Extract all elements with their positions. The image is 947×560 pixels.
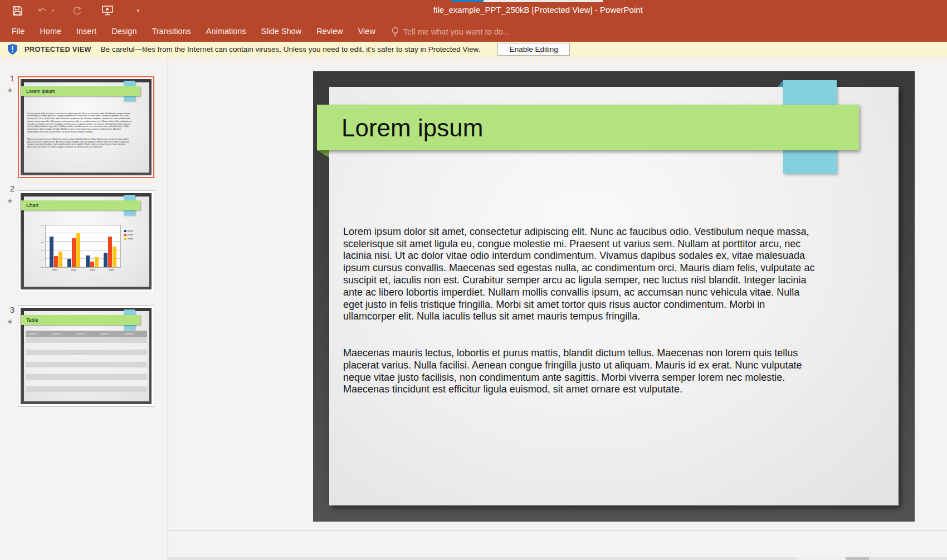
slide-2-mini-title: Chart <box>21 200 140 210</box>
notes-pane-divider[interactable] <box>168 530 947 531</box>
slide-3-number: 3 <box>6 305 14 315</box>
slide-2-thumbnail[interactable]: Chart <box>18 190 154 292</box>
slide-3-mini: Table Column 1Column 2Column 3Column 4Co… <box>21 308 152 404</box>
undo-icon <box>36 3 50 18</box>
window-title: file_example_PPT_250kB [Protected View] … <box>433 0 643 21</box>
thumb-table-body <box>26 337 147 392</box>
title-bar: ▾ ▾ file_example_PPT_250kB [Protected Vi… <box>0 0 947 21</box>
slide-1-mini-title: Lorem ipsum <box>21 86 140 96</box>
protected-view-label: PROTECTED VIEW <box>25 45 91 53</box>
chart-bar <box>104 253 108 267</box>
chart-bar <box>50 237 53 268</box>
chart-bar <box>108 237 112 268</box>
protected-view-message: Be careful—files from the Internet can c… <box>101 45 480 53</box>
tab-transitions[interactable]: Transitions <box>152 21 191 42</box>
slide-1-number: 1 <box>6 73 14 83</box>
chart-bar <box>54 256 58 267</box>
tab-view[interactable]: View <box>358 21 375 42</box>
start-slideshow-icon[interactable] <box>100 3 115 18</box>
slide-1-animation-star-icon: ★ <box>6 86 14 94</box>
slide-3-animation-star-icon: ★ <box>6 318 14 326</box>
tell-me-placeholder: Tell me what you want to do... <box>403 27 510 36</box>
chart-bar <box>72 238 76 268</box>
thumb-table-header: Column 1Column 2Column 3Column 4Column 5 <box>26 331 147 337</box>
slide-frame: Lorem ipsum Lorem ipsum dolor sit amet, … <box>313 71 915 522</box>
app-body: 1 ★ Lorem ipsum Lorem ipsum dolor sit am… <box>0 57 947 560</box>
slide-thumbnail-panel: 1 ★ Lorem ipsum Lorem ipsum dolor sit am… <box>0 57 168 560</box>
scrollbar-thumb[interactable] <box>846 557 869 560</box>
tell-me-box[interactable]: Tell me what you want to do... <box>392 21 510 42</box>
chart-bar <box>86 256 90 267</box>
customize-qat-icon[interactable]: ▾ <box>134 3 143 18</box>
body-paragraph-1: Lorem ipsum dolor sit amet, consectetur … <box>343 226 878 323</box>
chart-bar <box>58 252 62 268</box>
chart-bar <box>76 233 80 268</box>
chart-bar <box>90 262 94 267</box>
thumb-chart-y-ticks <box>41 225 43 268</box>
lightbulb-icon <box>392 27 399 37</box>
tab-animations[interactable]: Animations <box>206 21 246 42</box>
tab-insert[interactable]: Insert <box>76 21 96 42</box>
slide-2-mini: Chart <box>21 193 152 289</box>
ribbon-tabs: FileHomeInsertDesignTransitionsAnimation… <box>12 21 390 42</box>
body-paragraph-2: Maecenas mauris lectus, lobortis et puru… <box>343 347 878 396</box>
save-icon[interactable] <box>10 3 25 18</box>
slide-3-mini-title: Table <box>21 315 140 325</box>
slide-1-thumbnail[interactable]: Lorem ipsum Lorem ipsum dolor sit amet, … <box>18 76 154 178</box>
ribbon-tab-row: FileHomeInsertDesignTransitionsAnimation… <box>0 21 947 42</box>
chart-bar <box>95 257 99 267</box>
chart-bar <box>113 247 116 268</box>
blue-ribbon-fold <box>778 80 783 87</box>
tab-slide-show[interactable]: Slide Show <box>261 21 302 42</box>
thumb-chart-legend <box>124 230 133 242</box>
slide-canvas-area: Lorem ipsum Lorem ipsum dolor sit amet, … <box>168 57 947 560</box>
thumb-chart-plot <box>45 225 121 268</box>
horizontal-scrollbar[interactable] <box>168 557 947 560</box>
shield-info-icon <box>8 44 17 55</box>
thumb-chart-x-ticks <box>45 269 121 271</box>
redo-icon <box>70 3 84 18</box>
slide-title-text[interactable]: Lorem ipsum <box>341 105 483 150</box>
tab-file[interactable]: File <box>12 21 25 42</box>
green-banner-fold <box>317 150 329 158</box>
title-banner[interactable]: Lorem ipsum <box>317 105 859 150</box>
undo-dropdown-icon: ▾ <box>49 3 57 18</box>
slide-2-animation-star-icon: ★ <box>6 197 14 205</box>
slide-3-thumbnail[interactable]: Table Column 1Column 2Column 3Column 4Co… <box>18 305 154 407</box>
tab-design[interactable]: Design <box>111 21 136 42</box>
tab-review[interactable]: Review <box>316 21 343 42</box>
thumb-table: Column 1Column 2Column 3Column 4Column 5 <box>26 331 147 392</box>
protected-view-bar: PROTECTED VIEW Be careful—files from the… <box>0 42 947 57</box>
enable-editing-button[interactable]: Enable Editing <box>497 43 570 56</box>
chart-bar <box>67 259 71 267</box>
slide-1-mini: Lorem ipsum Lorem ipsum dolor sit amet, … <box>21 79 152 175</box>
tab-home[interactable]: Home <box>40 21 61 42</box>
slide-2-number: 2 <box>6 184 14 193</box>
slide-body-text[interactable]: Lorem ipsum dolor sit amet, consectetur … <box>343 214 878 408</box>
